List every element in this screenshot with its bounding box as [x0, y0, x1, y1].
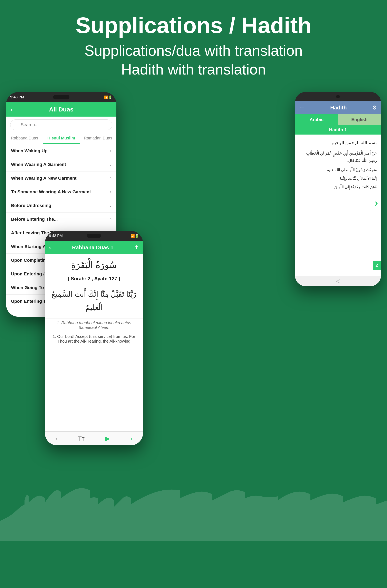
list-item[interactable]: When Wearing A Garment ›: [6, 158, 116, 171]
tab-hisnul-muslim[interactable]: Hisnul Muslim: [43, 133, 80, 144]
rabbana-screen: ‹ Rabbana Duas 1 ⬆ سُورَةُ الْبَقَرَةِ […: [45, 241, 143, 445]
mosque-silhouette: [0, 480, 387, 541]
time-middle: 9:48 PM: [49, 234, 63, 238]
hadith-text-2: سَمِعْتُ رَسُولَ اللَّهِ صلى الله عليه: [299, 167, 377, 173]
bismillah: بسم الله الرحمن الرحيم: [299, 139, 377, 147]
arrow-icon: ›: [110, 189, 111, 195]
back-button-middle[interactable]: ‹: [49, 244, 51, 251]
icons-left: 📶🔋: [104, 95, 112, 99]
phones-container: 9:48 PM 📶🔋 ‹ All Duas 🔍 Rabbana Duas: [0, 92, 387, 541]
hadith-arabic-content: بسم الله الرحمن الرحيم عَنْ أَمِيرِ الْم…: [295, 135, 381, 195]
translation-text: 1. Our Lord! Accept (this service) from …: [45, 332, 143, 346]
surah-name: سُورَةُ الْبَقَرَةِ: [45, 254, 143, 274]
camera-pill-left: [53, 95, 69, 99]
surah-reference: [ Surah: 2 , Ayah: 127 ]: [45, 274, 143, 284]
time-left: 9:48 PM: [10, 95, 24, 99]
subtitle-1: Supplications/dua with translation: [8, 42, 379, 59]
screen-title-left: All Duas: [49, 106, 73, 113]
prev-button[interactable]: ‹: [55, 435, 57, 442]
hadith-text-1: عَنْ أَمِيرِ الْمُؤْمِنِينَ أَبِي حَفْصٍ…: [299, 150, 377, 164]
arrow-icon: ›: [110, 148, 111, 153]
header-section: Supplications / Hadith Supplications/dua…: [0, 0, 387, 88]
arrow-icon: ›: [110, 217, 111, 222]
search-input[interactable]: [10, 119, 112, 130]
arrow-icon: ›: [110, 162, 111, 167]
back-button-right[interactable]: ←: [299, 104, 305, 111]
tab-english[interactable]: English: [338, 114, 381, 125]
hadith-number-bar: Hadith 1: [295, 125, 381, 135]
main-title: Supplications / Hadith: [8, 12, 379, 38]
top-bar-all-duas: ‹ All Duas: [6, 102, 116, 117]
tab-arabic[interactable]: Arabic: [295, 114, 338, 125]
transliteration-text: 1. Rabbana taqabbal minna innaka antas S…: [45, 318, 143, 332]
gear-icon[interactable]: ⚙: [372, 105, 377, 111]
hadith-text-3: إِنَّمَا الأَعْمَالُ بِالنِّيَّاتِ. وَإِ…: [299, 175, 377, 182]
tabs-row: Rabbana Duas Hisnul Muslim Ramadan Duas: [6, 133, 116, 144]
arrow-icon: ›: [110, 203, 111, 208]
list-item[interactable]: When Wearing A New Garment ›: [6, 171, 116, 185]
phone-rabbana-duas: 9:48 PM 📶🔋 ‹ Rabbana Duas 1 ⬆ سُورَةُ ال…: [45, 231, 143, 445]
status-bar-left: 9:48 PM 📶🔋: [6, 92, 116, 102]
tab-rabbana-duas[interactable]: Rabbana Duas: [6, 133, 43, 144]
rabbana-title: Rabbana Duas 1: [72, 244, 113, 251]
back-soft-key[interactable]: ◁: [336, 278, 340, 284]
font-size-button[interactable]: Tт: [78, 435, 85, 442]
back-button-left[interactable]: ‹: [10, 106, 12, 113]
arrow-icon: ›: [110, 176, 111, 181]
list-item[interactable]: When Waking Up ›: [6, 144, 116, 158]
subtitle-2: Hadith with translation: [8, 61, 379, 78]
camera-dot-right: [336, 95, 340, 98]
hadith-title: Hadith: [305, 105, 372, 111]
camera-pill-middle: [87, 234, 101, 238]
next-hadith-button[interactable]: ›: [375, 197, 378, 209]
status-bar-middle: 9:48 PM 📶🔋: [45, 231, 143, 241]
android-nav-bar: ◁: [295, 276, 381, 286]
list-item[interactable]: To Someone Wearing A New Garment ›: [6, 185, 116, 199]
hadith-text-4: فَمَنْ كَانَتْ هِجْرَتُهُ إِلَى اللَّهِ …: [299, 184, 377, 190]
hadith-top-bar: ← Hadith ⚙: [295, 101, 381, 114]
next-button[interactable]: ›: [130, 435, 132, 442]
status-bar-right: [295, 92, 381, 101]
search-bar: 🔍: [6, 117, 116, 133]
hadith-screen: ← Hadith ⚙ Arabic English Hadith 1 بسم ا…: [295, 101, 381, 286]
tab-ramadan-duas[interactable]: Ramadan Duas: [80, 133, 116, 144]
list-item[interactable]: Before Undressing ›: [6, 199, 116, 212]
page-badge: 2: [373, 261, 381, 270]
bottom-controls: ‹ Tт ▶ ›: [45, 431, 143, 445]
arabic-dua-text: رَبَّنَا تَقَبَّلْ مِنَّا إِنَّكَ أَنتَ …: [45, 284, 143, 318]
icons-middle: 📶🔋: [131, 234, 139, 238]
phone-hadith: ← Hadith ⚙ Arabic English Hadith 1 بسم ا…: [295, 92, 381, 286]
play-button[interactable]: ▶: [105, 435, 110, 442]
list-item[interactable]: Before Entering The... ›: [6, 212, 116, 226]
share-icon[interactable]: ⬆: [134, 244, 139, 251]
lang-tabs: Arabic English: [295, 114, 381, 125]
rabbana-top-bar: ‹ Rabbana Duas 1 ⬆: [45, 241, 143, 254]
